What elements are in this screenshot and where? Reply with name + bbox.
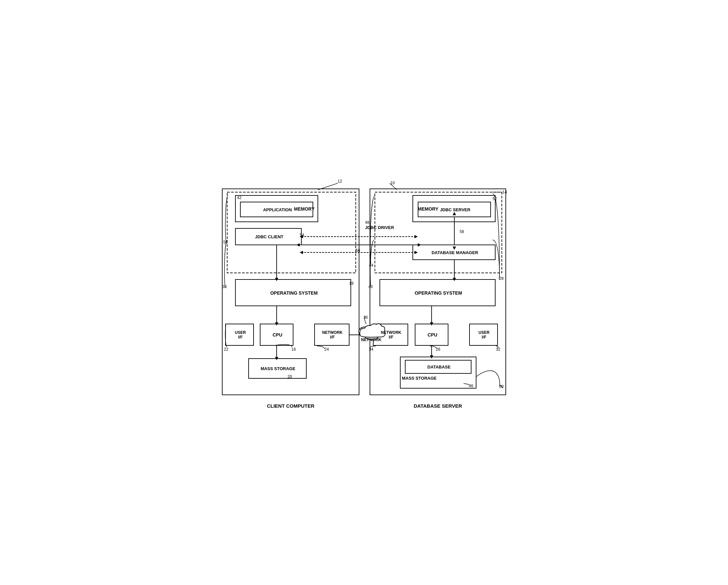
network-if-client-box: NETWORK I/F [316, 325, 348, 345]
os-client-box: OPERATING SYSTEM [237, 280, 351, 306]
ref-46: 46 [469, 383, 473, 388]
ref-22: 22 [224, 347, 228, 352]
mass-storage-client-box: MASS STORAGE [250, 359, 306, 378]
diagram-container: 10 12 14 16 18 20 22 24 26 28 30 32 34 3… [216, 174, 512, 411]
ref-58: 58 [460, 230, 464, 234]
svg-point-49 [359, 327, 371, 336]
ref-12: 12 [338, 179, 342, 184]
ref-42: 42 [237, 195, 241, 200]
ref-16: 16 [291, 347, 296, 352]
application-box: APPLICATION [242, 203, 313, 217]
jdbc-client-box: JDBC CLIENT [237, 229, 301, 245]
ref-36: 36 [363, 315, 368, 320]
client-computer-label: CLIENT COMPUTER [222, 403, 359, 409]
svg-marker-25 [300, 251, 303, 254]
ref-30: 30 [499, 384, 503, 389]
ref-50: 50 [223, 240, 228, 244]
ref-34: 34 [369, 347, 373, 352]
ref-32: 32 [496, 347, 500, 352]
cpu-server-box: CPU [417, 325, 448, 345]
svg-point-50 [365, 326, 374, 333]
network-if-server-box: NETWORK I/F [375, 325, 407, 345]
ref-24: 24 [324, 347, 329, 352]
ref-28: 28 [499, 276, 503, 281]
ref-40: 40 [368, 285, 372, 289]
mass-storage-server-label: MASS STORAGE [402, 376, 437, 381]
ref-44: 44 [369, 263, 373, 268]
ref-48: 48 [365, 220, 369, 225]
database-box: DATABASE [407, 361, 471, 373]
user-if-server-box: USER I/F [471, 325, 497, 345]
ref-14: 14 [502, 190, 507, 194]
ref-56: 56 [356, 248, 360, 253]
jdbc-driver-label: JDBC DRIVER [365, 225, 394, 230]
ref-26: 26 [436, 347, 440, 352]
database-manager-box: DATABASE MANAGER [414, 245, 495, 260]
svg-marker-23 [414, 235, 418, 238]
ref-38: 38 [222, 285, 227, 289]
svg-marker-36 [430, 355, 433, 358]
user-if-client-box: USER I/F [227, 325, 254, 345]
database-server-label: DATABASE SERVER [370, 403, 506, 409]
jdbc-server-box: JDBC SERVER [420, 203, 491, 217]
ref-10: 10 [390, 181, 395, 185]
os-server-box: OPERATING SYSTEM [382, 280, 495, 306]
cpu-client-box: CPU [262, 325, 293, 345]
svg-marker-38 [362, 333, 366, 337]
